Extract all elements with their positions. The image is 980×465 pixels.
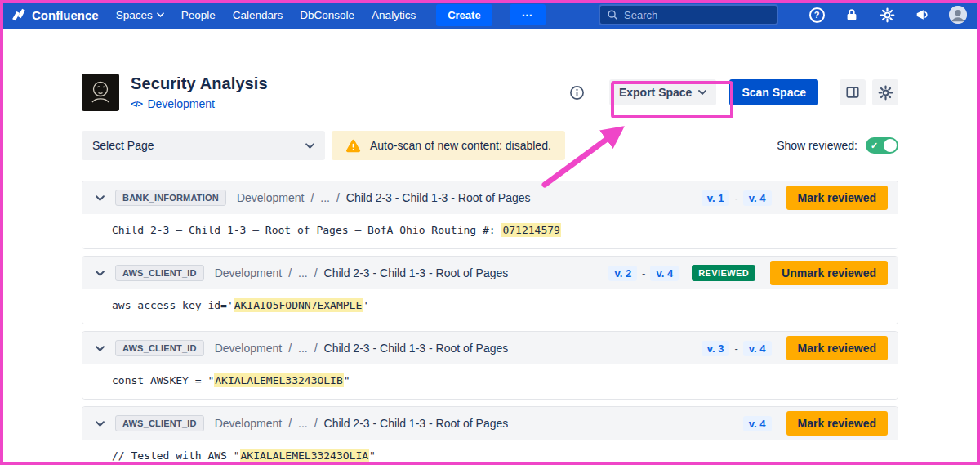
- avatar-silhouette-icon: [949, 6, 967, 24]
- breadcrumb-separator: /: [314, 266, 318, 279]
- version-to-link[interactable]: v. 4: [650, 266, 679, 281]
- version-to-link[interactable]: v. 4: [743, 416, 772, 431]
- version-separator: -: [642, 267, 645, 279]
- finding-snippet: Child 2-3 — Child 1-3 — Root of Pages — …: [82, 214, 898, 248]
- finding-card-4: AWS_CLIENT_ID Development / ... / Child …: [82, 406, 898, 465]
- nav-item-spaces[interactable]: Spaces: [116, 9, 164, 21]
- space-link[interactable]: Development: [147, 97, 215, 110]
- nav-more-button[interactable]: ⋯: [510, 4, 546, 25]
- version-to-link[interactable]: v. 4: [743, 341, 772, 356]
- export-space-label: Export Space: [619, 86, 692, 99]
- breadcrumb-page-link[interactable]: Child 2-3 - Child 1-3 - Root of Pages: [324, 266, 509, 279]
- reviewed-badge: REVIEWED: [692, 265, 755, 281]
- nav-item-label: Analytics: [372, 9, 416, 21]
- finding-header: AWS_CLIENT_ID Development / ... / Child …: [82, 257, 898, 289]
- breadcrumb-space-link[interactable]: Development: [215, 417, 283, 430]
- top-nav: Confluence Spaces People Calendars DbCon…: [0, 0, 980, 29]
- findings-list: BANK_INFORMATION Development / ... / Chi…: [82, 181, 898, 465]
- search-icon: [607, 9, 618, 20]
- brand-name: Confluence: [32, 8, 99, 22]
- collapse-chevron-button[interactable]: [92, 266, 107, 280]
- user-avatar[interactable]: [949, 6, 967, 24]
- nav-icon-group: ?: [808, 6, 967, 24]
- breadcrumb: Development / ... / Child 2-3 - Child 1-…: [215, 417, 509, 430]
- page-title: Security Analysis: [131, 74, 268, 93]
- nav-item-people[interactable]: People: [181, 9, 216, 21]
- info-icon[interactable]: [569, 85, 585, 101]
- chevron-down-icon: [698, 90, 706, 95]
- collapse-chevron-button[interactable]: [92, 341, 107, 355]
- breadcrumb-separator: /: [288, 266, 292, 279]
- nav-item-label: DbConsole: [300, 9, 354, 21]
- page-header: Security Analysis </> Development Export…: [82, 74, 898, 111]
- nav-item-analytics[interactable]: Analytics: [372, 9, 416, 21]
- megaphone-icon[interactable]: [914, 7, 930, 23]
- finding-card-1: BANK_INFORMATION Development / ... / Chi…: [82, 181, 898, 249]
- chevron-down-icon: [157, 12, 164, 17]
- snippet-text: ": [344, 374, 350, 387]
- code-icon: </>: [131, 99, 142, 109]
- finding-header: AWS_CLIENT_ID Development / ... / Child …: [82, 332, 898, 364]
- confluence-home-link[interactable]: Confluence: [11, 7, 99, 22]
- finding-card-3: AWS_CLIENT_ID Development / ... / Child …: [82, 331, 898, 400]
- scan-space-button[interactable]: Scan Space: [729, 79, 818, 105]
- breadcrumb-separator: /: [288, 342, 292, 355]
- show-reviewed-toggle[interactable]: ✓: [866, 137, 898, 154]
- mark-reviewed-button[interactable]: Mark reviewed: [786, 411, 889, 436]
- nav-item-calendars[interactable]: Calendars: [233, 9, 283, 21]
- search-input[interactable]: [624, 9, 770, 21]
- breadcrumb-separator: /: [288, 417, 292, 430]
- finding-snippet: const AWSKEY = "AKIALALEMEL33243OLIB": [82, 364, 898, 399]
- nav-item-dbconsole[interactable]: DbConsole: [300, 9, 354, 21]
- finding-card-2: AWS_CLIENT_ID Development / ... / Child …: [82, 256, 898, 324]
- confluence-logo-icon: [11, 7, 26, 22]
- warning-icon: [345, 139, 361, 153]
- breadcrumb-page-link[interactable]: Child 2-3 - Child 1-3 - Root of Pages: [324, 417, 509, 430]
- main-content: Security Analysis </> Development Export…: [82, 29, 898, 465]
- search-box: [599, 4, 778, 25]
- snippet-text: aws_access_key_id=': [112, 299, 234, 311]
- nav-item-label: Spaces: [116, 9, 153, 21]
- create-button[interactable]: Create: [436, 4, 492, 26]
- breadcrumb-ellipsis: ...: [298, 417, 308, 430]
- breadcrumb-space-link[interactable]: Development: [237, 191, 305, 204]
- breadcrumb: Development / ... / Child 2-3 - Child 1-…: [237, 191, 531, 204]
- space-avatar: [82, 74, 119, 111]
- snippet-text: const AWSKEY = ": [112, 374, 214, 387]
- layout-panels-icon[interactable]: [840, 79, 866, 105]
- collapse-chevron-button[interactable]: [92, 416, 107, 431]
- collapse-chevron-button[interactable]: [92, 190, 107, 205]
- lock-icon[interactable]: [844, 7, 860, 23]
- space-line: </> Development: [131, 97, 268, 110]
- finding-snippet: // Tested with AWS "AKIALALEMEL33243OLIA…: [82, 440, 898, 465]
- breadcrumb-space-link[interactable]: Development: [215, 266, 283, 279]
- mark-reviewed-button[interactable]: Mark reviewed: [786, 186, 889, 210]
- gear-icon[interactable]: [879, 7, 895, 23]
- version-separator: -: [734, 192, 737, 204]
- version-from-link[interactable]: v. 2: [608, 266, 637, 281]
- breadcrumb-page-link[interactable]: Child 2-3 - Child 1-3 - Root of Pages: [346, 191, 531, 204]
- finding-type-badge: AWS_CLIENT_ID: [115, 415, 204, 431]
- breadcrumb-space-link[interactable]: Development: [215, 342, 283, 355]
- snippet-secret-highlight: 071214579: [501, 223, 560, 237]
- breadcrumb-page-link[interactable]: Child 2-3 - Child 1-3 - Root of Pages: [324, 342, 509, 355]
- autoscan-warning-banner: Auto-scan of new content: disabled.: [332, 131, 565, 160]
- breadcrumb: Development / ... / Child 2-3 - Child 1-…: [215, 342, 509, 355]
- help-icon[interactable]: ?: [808, 7, 825, 23]
- settings-gear-icon[interactable]: [872, 79, 898, 105]
- finding-type-badge: BANK_INFORMATION: [115, 190, 226, 206]
- version-from-link[interactable]: v. 1: [702, 190, 730, 206]
- snippet-text: ': [363, 299, 369, 311]
- version-range: v. 3 - v. 4: [702, 341, 772, 356]
- version-from-link[interactable]: v. 3: [702, 341, 730, 356]
- app-window: Confluence Spaces People Calendars DbCon…: [0, 0, 980, 465]
- breadcrumb-ellipsis: ...: [298, 266, 308, 279]
- finding-type-badge: AWS_CLIENT_ID: [115, 340, 204, 356]
- unmark-reviewed-button[interactable]: Unmark reviewed: [770, 261, 888, 285]
- snippet-secret-highlight: AKIAIO5FODNN7EXAMPLE: [234, 298, 363, 312]
- mark-reviewed-button[interactable]: Mark reviewed: [786, 336, 889, 360]
- version-to-link[interactable]: v. 4: [743, 190, 772, 206]
- check-icon: ✓: [871, 141, 878, 150]
- select-page-dropdown[interactable]: Select Page: [82, 131, 325, 160]
- export-space-button[interactable]: Export Space: [609, 79, 716, 105]
